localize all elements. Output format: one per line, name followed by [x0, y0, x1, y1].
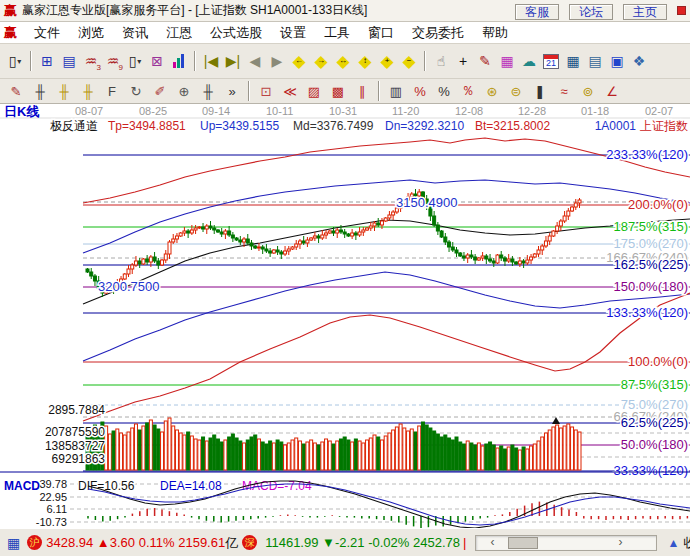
- svg-text:12-08: 12-08: [455, 105, 483, 117]
- gann-grid-icon[interactable]: ╫: [28, 82, 52, 101]
- title-button[interactable]: 论坛: [569, 4, 613, 20]
- stats-panel-icon[interactable]: ▥: [384, 82, 408, 101]
- pan-left-icon[interactable]: ◆←: [288, 50, 310, 72]
- title-button[interactable]: 主页: [623, 4, 667, 20]
- svg-text:69291863: 69291863: [52, 452, 106, 466]
- calendar-icon[interactable]: 21: [540, 50, 562, 72]
- kline-chart-canvas[interactable]: 2895.788420787559013858372769291863233.3…: [0, 104, 690, 528]
- chart-area[interactable]: 2895.788420787559013858372769291863233.3…: [0, 104, 690, 528]
- gold-circle-icon[interactable]: ⊛: [480, 82, 504, 101]
- gann-box-icon[interactable]: ▨: [302, 82, 326, 101]
- wave-icon[interactable]: ≈: [552, 82, 576, 101]
- svg-text:3150.4900: 3150.4900: [396, 195, 457, 210]
- menu-item[interactable]: 设置: [271, 22, 315, 44]
- svg-text:100.0%(0): 100.0%(0): [628, 354, 688, 369]
- period-selector-icon[interactable]: ▯▾: [4, 50, 26, 72]
- circle-cycle-icon[interactable]: ⊕: [172, 82, 196, 101]
- scroll-left-icon[interactable]: ‹: [490, 535, 494, 549]
- angle-line-icon[interactable]: ∠: [600, 82, 624, 101]
- ma-long-icon[interactable]: ♒9: [102, 50, 124, 72]
- menu-item[interactable]: 浏览: [69, 22, 113, 44]
- svg-text:Bt=3215.8002: Bt=3215.8002: [475, 119, 550, 133]
- pan-both-icon[interactable]: ◆↔: [332, 50, 354, 72]
- brush-icon[interactable]: ✎: [4, 82, 28, 101]
- macd-histogram: [88, 502, 687, 528]
- percent-range-icon[interactable]: %: [408, 82, 432, 101]
- calculator-icon[interactable]: ▦: [562, 50, 584, 72]
- hand-drag-icon[interactable]: ☝: [430, 50, 452, 72]
- svg-text:22.95: 22.95: [39, 491, 67, 503]
- network-icon[interactable]: ❖: [628, 50, 650, 72]
- trend-line-icon[interactable]: ✎: [474, 50, 496, 72]
- menu-item[interactable]: 工具: [315, 22, 359, 44]
- quote-table-icon[interactable]: ▦: [7, 535, 20, 551]
- horizontal-scrollbar[interactable]: ‹ ›: [475, 535, 657, 551]
- scroll-right-icon[interactable]: ›: [618, 535, 622, 549]
- dropdown-caret-icon[interactable]: ▾: [17, 57, 21, 66]
- time-cycle-icon[interactable]: ↻: [124, 82, 148, 101]
- svg-text:01-18: 01-18: [581, 105, 609, 117]
- svg-text:12-28: 12-28: [518, 105, 546, 117]
- app-window: 赢 赢家江恩专业版[赢家服务平台] - [上证指数 SH1A0001-133日K…: [0, 0, 690, 556]
- colored-volume-icon[interactable]: [168, 50, 190, 72]
- cloud-analysis-icon[interactable]: ☁: [518, 50, 540, 72]
- menu-item[interactable]: 文件: [25, 22, 69, 44]
- shanghai-exchange-icon[interactable]: 沪: [27, 535, 42, 550]
- zoom-out-icon[interactable]: ◆−: [398, 50, 420, 72]
- notes-icon[interactable]: ▤: [584, 50, 606, 72]
- shenzhen-exchange-icon[interactable]: 深: [242, 535, 257, 550]
- percent-level-icon[interactable]: ％: [456, 82, 480, 101]
- price-scale-icon[interactable]: ❚: [528, 82, 552, 101]
- svg-text:Up=3439.5155: Up=3439.5155: [200, 119, 279, 133]
- shanghai-index-quote[interactable]: 3428.94 ▲3.60 0.11% 2159.61亿: [46, 534, 238, 552]
- title-button[interactable]: 客服: [515, 4, 559, 20]
- crosshair-icon[interactable]: +: [452, 50, 474, 72]
- gann-square-icon[interactable]: ▩: [326, 82, 350, 101]
- gann-fan-icon[interactable]: ≪: [278, 82, 302, 101]
- ruler-grid-icon[interactable]: ╫: [196, 82, 220, 101]
- window-close-button[interactable]: [677, 6, 686, 15]
- gold-line-icon[interactable]: ⊜: [504, 82, 528, 101]
- zoom-in-icon[interactable]: ◆+: [376, 50, 398, 72]
- menu-item[interactable]: 公式选股: [201, 22, 271, 44]
- draw-mode-icon[interactable]: ▲: [667, 536, 679, 550]
- box-select-icon[interactable]: ⊡: [254, 82, 278, 101]
- gold-band-icon[interactable]: ⊚: [576, 82, 600, 101]
- ma-short-icon[interactable]: ♒3: [80, 50, 102, 72]
- next-bar-icon[interactable]: ▶: [266, 50, 288, 72]
- save-icon[interactable]: ▣: [606, 50, 628, 72]
- menu-item[interactable]: 交易委托: [403, 22, 473, 44]
- menu-item[interactable]: 窗口: [359, 22, 403, 44]
- fibonacci-f-icon[interactable]: F: [100, 82, 124, 101]
- golden-gann-icon[interactable]: ╫: [52, 82, 76, 101]
- pan-vertical-icon[interactable]: ◆↕: [354, 50, 376, 72]
- more-tools-chevron[interactable]: »: [220, 82, 244, 101]
- menu-bar: 赢文件浏览资讯江恩公式选股设置工具窗口交易委托帮助: [0, 22, 690, 44]
- menu-item[interactable]: 资讯: [113, 22, 157, 44]
- first-bar-icon[interactable]: |◀: [200, 50, 222, 72]
- scrollbar-thumb[interactable]: [508, 537, 538, 549]
- chan-analysis-icon[interactable]: ⊠: [146, 50, 168, 72]
- window-title: 赢家江恩专业版[赢家服务平台] - [上证指数 SH1A0001-133日K线]: [22, 2, 367, 19]
- dropdown-caret-icon[interactable]: ▾: [137, 57, 141, 66]
- overlay-chart-icon[interactable]: ⊞: [36, 50, 58, 72]
- mark-brush-icon[interactable]: ✐: [148, 82, 172, 101]
- candle-tool-icon[interactable]: ▯▾: [124, 50, 146, 72]
- collapse-label[interactable]: 收: [683, 534, 690, 552]
- menu-item[interactable]: 帮助: [473, 22, 517, 44]
- title-buttons: 客服论坛主页: [505, 2, 667, 20]
- stamp-icon[interactable]: ▦: [496, 50, 518, 72]
- date-axis: 08-0708-2509-1410-1110-3111-2012-0812-28…: [0, 105, 690, 118]
- parallel-lines-icon[interactable]: ∥: [350, 82, 374, 101]
- info-panel-icon[interactable]: ▤: [58, 50, 80, 72]
- last-bar-icon[interactable]: ▶|: [222, 50, 244, 72]
- prev-bar-icon[interactable]: ◀: [244, 50, 266, 72]
- shenzhen-index-quote[interactable]: 11461.99 ▼-2.21 -0.02% 2452.78: [265, 535, 460, 550]
- svg-text:62.5%(225): 62.5%(225): [621, 415, 688, 430]
- percent-icon[interactable]: %: [432, 82, 456, 101]
- svg-text:Dn=3292.3210: Dn=3292.3210: [385, 119, 464, 133]
- diamond-arrow-glyph: ↕: [354, 56, 376, 65]
- pan-right-icon[interactable]: ◆→: [310, 50, 332, 72]
- golden-gann2-icon[interactable]: ╫: [76, 82, 100, 101]
- menu-item[interactable]: 江恩: [157, 22, 201, 44]
